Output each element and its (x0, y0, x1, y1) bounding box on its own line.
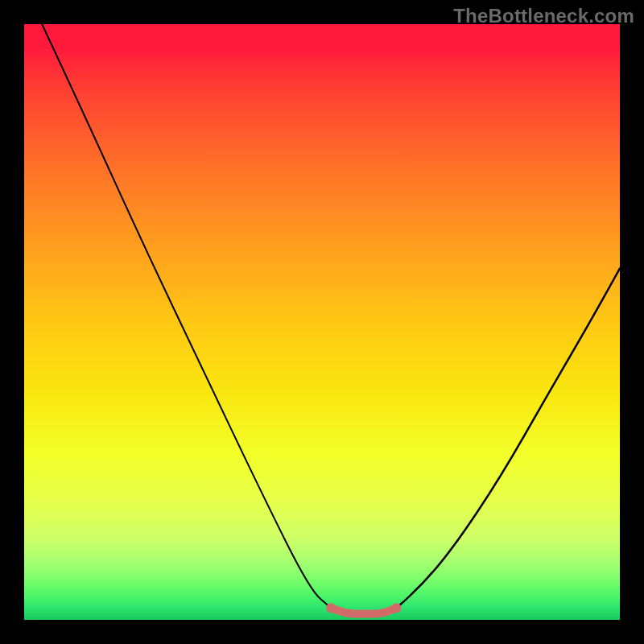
watermark-text: TheBottleneck.com (453, 5, 634, 27)
curve-right-curve (397, 268, 621, 608)
plot-area (24, 24, 620, 620)
highlight-endpoint-right (392, 603, 402, 613)
curve-left-curve (42, 24, 331, 608)
chart-frame: TheBottleneck.com (0, 0, 644, 644)
curve-layer (24, 24, 620, 620)
highlight-bottleneck-range (331, 608, 396, 613)
highlight-endpoint-left (326, 603, 336, 613)
